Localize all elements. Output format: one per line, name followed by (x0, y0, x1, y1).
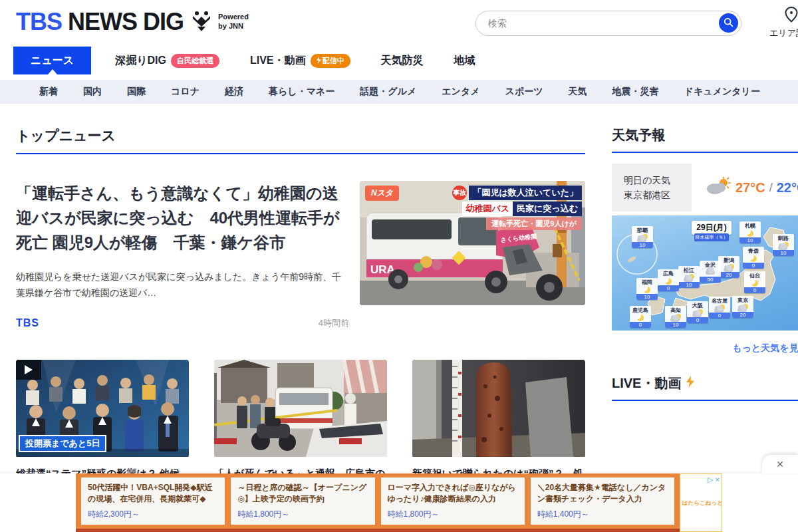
tomorrow-label: 明日の天気 (624, 173, 692, 188)
weather-chip-osaka: 大阪 0 (687, 301, 708, 323)
caption-casualty: 運転手死亡・園児9人けが (486, 217, 582, 230)
moon-icon (744, 279, 765, 287)
category-gourmet[interactable]: 話題・グルメ (347, 86, 429, 98)
caption-bus-red: 幼稚園バス (462, 201, 513, 216)
nav-tab-dig[interactable]: 深掘りDIG 自民総裁選 (108, 47, 226, 74)
weather-chip-fukuoka: 福岡 10 (636, 278, 658, 300)
weather-map[interactable]: 29日(月) 降水確率（％） 那覇 10 札幌 10 釧路 10 青森 0 新潟… (612, 215, 798, 331)
search-button[interactable] (719, 13, 738, 33)
site-logo[interactable]: TBS NEWS DIG Powered by JNN (16, 8, 249, 36)
category-disaster[interactable]: 地震・災害 (600, 86, 672, 98)
cloud-sun-icon (705, 177, 732, 198)
caption-row-1: 事故 「園児は数人泣いていた」 (452, 186, 582, 200)
lead-article-title[interactable]: 「運転手さん、もう意識なくて」幼稚園の送迎バスが民家に突っ込む 40代男性運転手… (16, 181, 349, 255)
site-header: TBS NEWS DIG Powered by JNN (0, 0, 798, 47)
cloud-moon-icon (773, 242, 794, 250)
search-input[interactable] (488, 11, 708, 35)
nav-tab-live-label: LIVE・動画 (250, 54, 306, 68)
weather-chip-niigata: 新潟 20 (718, 256, 739, 278)
moon-icon (739, 229, 761, 237)
weather-chip-kochi: 高知 10 (665, 306, 686, 328)
nav-tab-region[interactable]: 地域 (448, 47, 482, 74)
cloud-moon-icon (665, 314, 686, 322)
ad-item-3[interactable]: ローマ字入力できれば◎座りながらゆったり♪健康診断結果の入力 時給1,800円～ (381, 477, 525, 525)
map-legend-label: 降水確率（％） (694, 233, 729, 241)
category-entertainment[interactable]: エンタメ (429, 86, 492, 98)
more-weather-link[interactable]: もっと天気を見る (612, 342, 798, 354)
area-setting-button[interactable]: エリア設定 (765, 7, 798, 39)
moon-icon (743, 255, 764, 263)
play-icon (25, 365, 33, 374)
search-icon (724, 17, 733, 29)
temp-high: 27°C (735, 180, 765, 196)
category-sports[interactable]: スポーツ (493, 86, 556, 98)
lead-article-image[interactable]: URA さくら幼稚園 Nスタ 事故 (360, 181, 585, 305)
category-weather[interactable]: 天気 (556, 86, 600, 98)
area-setting-label: エリア設定 (765, 27, 798, 39)
lead-article-meta: TBS 4時間前 (16, 317, 349, 329)
live-badge-label: 配信中 (323, 56, 344, 66)
weather-chip-aomori: 青森 0 (743, 247, 764, 269)
weather-chip-hiroshima: 広島 0 (658, 269, 679, 291)
temp-low: 22°C (777, 180, 798, 196)
nav-tab-region-label: 地域 (454, 54, 475, 68)
weather-chip-sapporo: 札幌 10 (739, 221, 761, 243)
cloud-moon-icon (732, 304, 753, 312)
card-1-caption: 投開票まであと5日 (19, 435, 106, 452)
live-badge: 配信中 (311, 54, 350, 68)
logo-tbs-text: TBS (16, 8, 62, 36)
cloud-moon-icon (632, 234, 653, 242)
ad-banner: 50代活躍中！VBA+SQL開発◆駅近の現場、在宅併用、長期就業可◆ 時給2,3… (0, 473, 798, 532)
weather-location-box: 明日の天気 東京都港区 (612, 164, 692, 211)
powered-line1: Powered (218, 13, 249, 21)
bolt-icon (686, 376, 694, 391)
category-life-money[interactable]: 暮らし・マネー (256, 86, 347, 98)
nav-tab-weather-label: 天気防災 (381, 54, 424, 68)
lead-article: 「運転手さん、もう意識なくて」幼稚園の送迎バスが民家に突っ込む 40代男性運転手… (16, 181, 585, 329)
ad-item-1[interactable]: 50代活躍中！VBA+SQL開発◆駅近の現場、在宅併用、長期就業可◆ 時給2,3… (81, 477, 225, 525)
category-world[interactable]: 国際 (114, 86, 158, 98)
weather-chip-sendai: 仙台 0 (744, 271, 765, 293)
weather-chip-kushiro: 釧路 10 (773, 234, 794, 256)
dig-mark-icon (190, 9, 213, 35)
ad-item-4[interactable]: ＼20名大量募集★電話なし／カンタン書類チェック・データ入力 時給1,400円～ (531, 477, 674, 525)
ad-item-2[interactable]: ～日程と席の確認～【オープニング◎】上映予定の映画予約 時給1,800円～ (231, 477, 374, 525)
adchoices-icon[interactable]: ▷ × (708, 475, 720, 484)
category-domestic[interactable]: 国内 (70, 86, 114, 98)
weather-chip-kanazawa: 金沢 50 (700, 261, 721, 283)
nav-tab-news[interactable]: ニュース (13, 47, 91, 74)
ad-brand-name: はたらこねっと (682, 499, 723, 506)
image-caption-overlay: 事故 「園児は数人泣いていた」 幼稚園バス 民家に突っ込む 運転手死亡・園児9人… (452, 186, 582, 231)
play-button[interactable] (16, 360, 41, 380)
category-new[interactable]: 新着 (27, 86, 70, 98)
category-documentary[interactable]: ドキュメンタリー (672, 86, 773, 98)
cloud-icon (700, 269, 721, 277)
weather-values: 27°C / 22°C › (692, 164, 798, 211)
ad-close-button[interactable]: × (762, 455, 798, 473)
dig-badge: 自民総裁選 (171, 54, 219, 68)
moon-icon (636, 286, 658, 294)
main-column: トップニュース 「運転手さん、もう意識なくて」幼稚園の送迎バスが民家に突っ込む … (16, 126, 585, 511)
powered-by-jnn: Powered by JNN (218, 13, 249, 31)
moon-icon (658, 277, 679, 285)
map-date-label: 29日(月) (692, 221, 732, 235)
cloud-moon-icon (678, 274, 700, 282)
shell-photo (412, 360, 585, 457)
cloud-moon-icon (687, 309, 708, 317)
category-economy[interactable]: 経済 (212, 86, 256, 98)
category-corona[interactable]: コロナ (158, 86, 212, 98)
cloud-moon-icon (709, 305, 730, 313)
weather-summary[interactable]: 明日の天気 東京都港区 27°C / 22°C › (612, 164, 798, 211)
sidebar: 天気予報 明日の天気 東京都港区 27°C / 22°C › (612, 126, 798, 401)
street-scene-photo (214, 360, 387, 457)
weather-chip-tokyo: 東京 20 (732, 296, 753, 318)
cloud-moon-icon (718, 264, 739, 272)
caption-crash: 民家に突っ込む (513, 201, 582, 216)
nav-tab-weather[interactable]: 天気防災 (374, 47, 430, 74)
nav-tab-live[interactable]: LIVE・動画 配信中 (243, 47, 357, 74)
top-news-heading: トップニュース (16, 126, 585, 154)
weather-chip-nagoya: 名古屋 0 (709, 297, 730, 319)
main-nav: ニュース 深掘りDIG 自民総裁選 LIVE・動画 配信中 天気防災 地域 (0, 47, 798, 74)
weather-chip-matsue: 松江 10 (678, 266, 700, 288)
ad-brand-panel[interactable]: ▷ × はたらこねっと✌ (680, 473, 722, 532)
